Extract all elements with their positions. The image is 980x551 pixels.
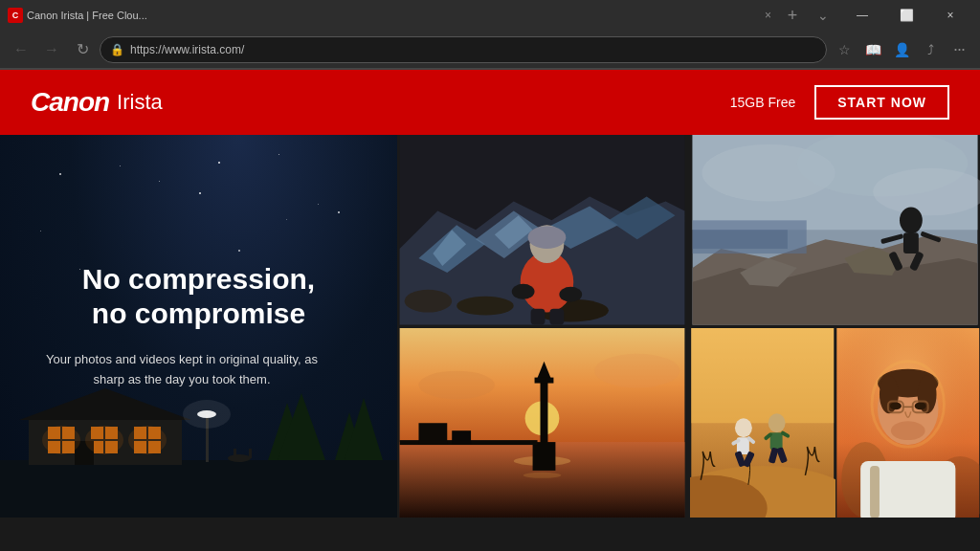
- window-controls: — ⬜ ×: [840, 0, 972, 31]
- hero-text-area: No compression, no compromise Your photo…: [38, 262, 359, 390]
- share-icon[interactable]: ⤴: [917, 36, 944, 63]
- svg-point-99: [890, 421, 924, 440]
- svg-point-14: [128, 426, 167, 454]
- svg-point-36: [559, 287, 582, 302]
- svg-point-60: [523, 472, 562, 477]
- photo-grid: [397, 135, 980, 518]
- svg-rect-19: [234, 449, 236, 458]
- hero-section: No compression, no compromise Your photo…: [0, 135, 980, 518]
- svg-rect-38: [549, 309, 564, 325]
- photo-cell-4: [690, 328, 980, 518]
- svg-point-18: [228, 454, 251, 462]
- hero-headline: No compression, no compromise: [38, 262, 359, 331]
- tab-close-button[interactable]: ×: [765, 9, 771, 22]
- svg-point-69: [594, 353, 679, 387]
- svg-rect-51: [903, 232, 919, 253]
- profile-icon[interactable]: 👤: [888, 36, 915, 63]
- hero-left-panel: No compression, no compromise Your photo…: [0, 135, 397, 518]
- minimize-button[interactable]: —: [840, 0, 884, 31]
- new-tab-button[interactable]: +: [779, 2, 806, 29]
- svg-rect-49: [693, 230, 788, 249]
- svg-point-50: [900, 207, 923, 233]
- svg-point-74: [735, 418, 752, 437]
- svg-rect-101: [870, 465, 880, 518]
- svg-point-17: [183, 400, 231, 429]
- hero-subtext: Your photos and videos kept in original …: [38, 350, 325, 390]
- irista-logo-text: Irista: [117, 90, 163, 115]
- lock-icon: 🔒: [110, 43, 124, 56]
- svg-point-34: [528, 226, 567, 249]
- photo-cell-2: [690, 135, 980, 325]
- svg-rect-64: [533, 442, 556, 471]
- browser-chrome: C Canon Irista | Free Clou... × + ⌄ — ⬜ …: [0, 0, 980, 70]
- nav-bar: ← → ↻ 🔒 https://www.irista.com/ ☆ 📖 👤 ⤴ …: [0, 31, 980, 69]
- svg-point-80: [768, 413, 786, 432]
- back-icon: ←: [13, 41, 29, 58]
- website-content: Canon Irista 15GB Free START NOW: [0, 70, 980, 518]
- photo-cell-1: [397, 135, 687, 325]
- canon-logo-text: Canon: [31, 87, 109, 118]
- svg-point-30: [457, 297, 514, 316]
- photo-cell-3: [397, 328, 687, 518]
- logo-area: Canon Irista: [31, 87, 163, 118]
- svg-point-68: [418, 370, 494, 399]
- photo-cell-4a: [690, 328, 835, 518]
- svg-point-94: [889, 402, 901, 409]
- favorites-icon[interactable]: ☆: [831, 36, 858, 63]
- forward-icon: →: [44, 41, 59, 58]
- svg-point-13: [85, 426, 123, 454]
- tab-title: Canon Irista | Free Clou...: [27, 10, 757, 21]
- nav-icons-right: ☆ 📖 👤 ⤴ ···: [831, 36, 972, 63]
- close-button[interactable]: ×: [928, 0, 972, 31]
- site-header: Canon Irista 15GB Free START NOW: [0, 70, 980, 135]
- svg-rect-61: [541, 375, 548, 446]
- svg-rect-63: [535, 377, 554, 383]
- title-bar: C Canon Irista | Free Clou... × + ⌄ — ⬜ …: [0, 0, 980, 31]
- refresh-button[interactable]: ↻: [69, 36, 96, 63]
- refresh-icon: ↻: [77, 40, 89, 58]
- svg-point-35: [512, 284, 535, 299]
- svg-point-29: [405, 290, 453, 313]
- svg-rect-71: [691, 328, 834, 423]
- address-bar[interactable]: 🔒 https://www.irista.com/: [100, 36, 827, 63]
- svg-rect-37: [531, 309, 546, 325]
- url-text: https://www.irista.com/: [130, 43, 816, 56]
- svg-rect-67: [452, 430, 471, 444]
- read-view-icon[interactable]: 📖: [859, 36, 886, 63]
- tab-dropdown-button[interactable]: ⌄: [810, 2, 836, 29]
- svg-rect-0: [0, 460, 397, 518]
- start-now-button[interactable]: START NOW: [814, 85, 949, 120]
- restore-button[interactable]: ⬜: [884, 0, 928, 31]
- back-button[interactable]: ←: [8, 36, 34, 63]
- svg-point-95: [914, 402, 925, 409]
- header-right: 15GB Free START NOW: [730, 85, 949, 120]
- more-icon[interactable]: ···: [946, 36, 972, 63]
- forward-button[interactable]: →: [38, 36, 65, 63]
- photo-cell-4b: [835, 328, 981, 518]
- svg-rect-66: [418, 423, 447, 444]
- svg-point-12: [42, 426, 80, 454]
- svg-rect-20: [249, 449, 252, 458]
- free-storage-label: 15GB Free: [730, 95, 795, 110]
